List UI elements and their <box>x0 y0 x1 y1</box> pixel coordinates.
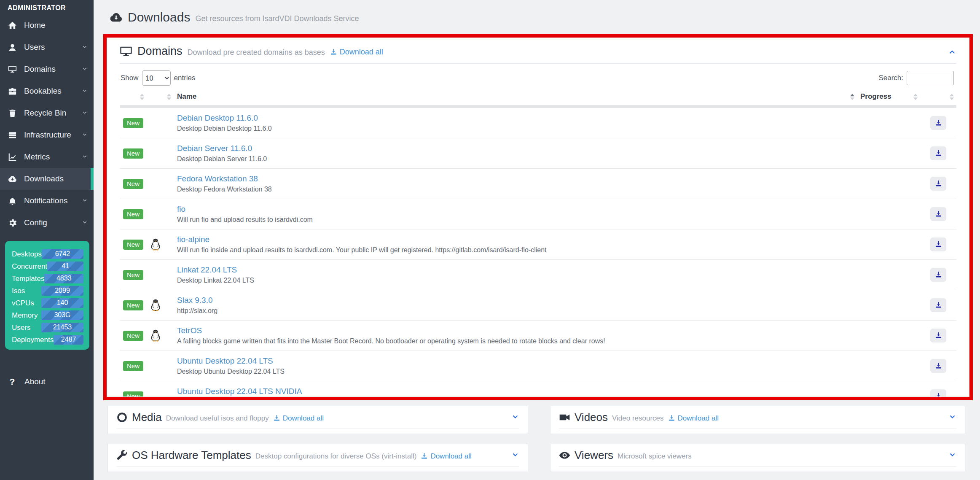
domain-name-link[interactable]: Ubuntu Desktop 22.04 LTS <box>177 356 273 366</box>
progress-cell <box>857 260 920 290</box>
column-badge[interactable] <box>120 91 147 107</box>
domain-name-link[interactable]: Linkat 22.04 LTS <box>177 265 237 275</box>
download-button[interactable] <box>930 116 946 130</box>
table-controls: Show 10 entries Search: <box>121 70 954 86</box>
domain-name-link[interactable]: Debian Server 11.6.0 <box>177 144 252 153</box>
sidebar-item-about[interactable]: ? About <box>0 377 94 387</box>
download-icon <box>935 393 942 397</box>
domain-description: Desktop Ubuntu Desktop 22.04 LTS <box>177 367 854 375</box>
chevron-down-icon <box>82 132 88 138</box>
download-button[interactable] <box>930 237 946 251</box>
progress-cell <box>857 107 920 138</box>
sidebar-item-notifications[interactable]: Notifications <box>0 190 94 212</box>
table-row: New Slax 9.3.0 http://slax.org <box>120 290 956 321</box>
panel-os-hardware-templates: OS Hardware Templates Desktop configurat… <box>107 444 528 472</box>
progress-cell <box>857 290 920 321</box>
server-stack-icon <box>8 131 17 140</box>
stat-label: Desktops <box>12 250 42 259</box>
download-all-link[interactable]: Download all <box>668 413 719 423</box>
domain-description: A falling blocks game written that fits … <box>177 337 854 345</box>
user-icon <box>8 43 17 52</box>
sidebar-item-infrastructure[interactable]: Infrastructure <box>0 124 94 146</box>
sort-asc-icon <box>850 94 854 100</box>
download-button[interactable] <box>930 389 946 397</box>
briefcase-icon <box>8 87 17 96</box>
domain-name-link[interactable]: TetrOS <box>177 326 202 335</box>
domain-name-link[interactable]: fio <box>177 205 185 214</box>
domain-name-link[interactable]: Debian Desktop 11.6.0 <box>177 113 258 123</box>
collapse-chevron-down-icon[interactable] <box>948 451 956 459</box>
download-button[interactable] <box>930 207 946 221</box>
collapse-chevron-down-icon[interactable] <box>948 413 956 421</box>
download-button[interactable] <box>930 177 946 191</box>
domain-name-link[interactable]: Ubuntu Desktop 22.04 LTS NVIDIA <box>177 387 302 396</box>
domains-panel: Domains Download pre created domains as … <box>107 38 969 397</box>
chart-line-icon <box>8 153 17 162</box>
sidebar-item-metrics[interactable]: Metrics <box>0 146 94 168</box>
header-divider <box>559 467 956 467</box>
collapse-chevron-down-icon[interactable] <box>511 413 519 421</box>
domain-description: Desktop Linkat 22.04 LTS <box>177 276 854 284</box>
stat-row-templates: Templates 4833 <box>12 272 83 285</box>
sort-icon <box>140 94 144 100</box>
sidebar-item-bookables[interactable]: Bookables <box>0 80 94 102</box>
column-icon[interactable] <box>147 91 174 107</box>
sidebar-item-domains[interactable]: Domains <box>0 58 94 80</box>
collapse-chevron-down-icon[interactable] <box>511 451 519 459</box>
video-icon <box>559 412 570 423</box>
domains-panel-header: Domains Download pre created domains as … <box>120 45 956 58</box>
column-progress[interactable]: Progress <box>857 91 920 107</box>
domains-title: Domains <box>137 45 183 58</box>
stat-value-badge: 4833 <box>44 274 83 283</box>
collapse-chevron-up-icon[interactable] <box>948 47 956 56</box>
download-button[interactable] <box>930 146 946 160</box>
stat-value-badge: 2487 <box>54 335 83 345</box>
domain-name-link[interactable]: fio-alpine <box>177 235 209 244</box>
column-actions[interactable] <box>920 91 956 107</box>
download-button[interactable] <box>930 298 946 312</box>
search-label: Search: <box>878 74 903 82</box>
panel-videos: Videos Video resources Download all <box>550 406 965 434</box>
stat-row-deployments: Deployments 2487 <box>12 334 83 346</box>
page-length-select[interactable]: 10 <box>142 70 171 86</box>
panel-viewers: Viewers Microsoft spice viewers <box>550 444 965 472</box>
header-divider <box>120 63 956 64</box>
panel-title: OS Hardware Templates <box>132 449 251 462</box>
download-icon <box>421 453 428 460</box>
download-icon <box>935 362 942 369</box>
header-divider <box>116 467 519 467</box>
download-all-link[interactable]: Download all <box>330 46 383 57</box>
stat-label: Templates <box>12 275 44 283</box>
domain-name-link[interactable]: Slax 9.3.0 <box>177 296 213 305</box>
sidebar-item-downloads[interactable]: Downloads <box>0 168 94 190</box>
progress-cell <box>857 321 920 351</box>
stat-value-badge: 303G <box>41 310 83 320</box>
stat-row-desktops: Desktops 6742 <box>12 248 83 260</box>
download-button[interactable] <box>930 329 946 342</box>
download-icon <box>935 119 942 127</box>
download-all-link[interactable]: Download all <box>421 450 471 461</box>
progress-cell <box>857 138 920 169</box>
stat-row-memory: Memory 303G <box>12 309 83 321</box>
download-button[interactable] <box>930 268 946 282</box>
download-icon <box>935 271 942 278</box>
download-button[interactable] <box>930 359 946 373</box>
sidebar-item-home[interactable]: Home <box>0 14 94 36</box>
sidebar-item-config[interactable]: Config <box>0 212 94 234</box>
column-name[interactable]: Name <box>174 91 857 107</box>
download-icon <box>935 180 942 187</box>
download-icon <box>935 302 942 309</box>
stat-label: Isos <box>12 287 25 295</box>
search-input[interactable] <box>907 71 954 85</box>
domain-description: http://slax.org <box>177 307 854 315</box>
sidebar: ADMINISTRATOR Home Users Domains Bookabl… <box>0 0 94 480</box>
header-divider <box>559 429 956 429</box>
panel-title: Videos <box>575 411 608 424</box>
sort-icon <box>167 94 171 100</box>
sidebar-item-users[interactable]: Users <box>0 36 94 58</box>
panel-subtitle: Microsoft spice viewers <box>618 450 692 461</box>
sidebar-item-recycle-bin[interactable]: Recycle Bin <box>0 102 94 124</box>
download-all-link[interactable]: Download all <box>273 413 324 423</box>
linux-tux-icon <box>150 299 170 312</box>
domain-name-link[interactable]: Fedora Workstation 38 <box>177 174 258 183</box>
